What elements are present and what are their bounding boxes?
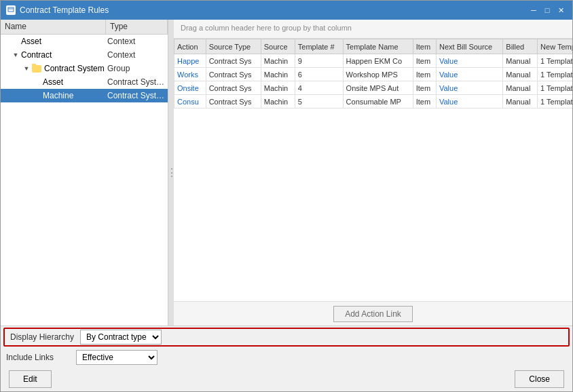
table-cell-8: 1 Template	[538, 68, 572, 81]
table-cell-3: 5	[295, 95, 343, 109]
expand-icon-asset-system	[33, 78, 41, 86]
col-header-action: Action	[174, 39, 206, 54]
svg-rect-0	[8, 7, 14, 12]
table-cell-2: Machin	[261, 81, 295, 95]
table-cell-4: Happen EKM Co	[343, 54, 413, 68]
col-header-next-bill-source: Next Bill Source	[436, 39, 502, 54]
rules-table: Action Source Type Source Template # Tem…	[174, 39, 572, 109]
tree-item-contract-system-type-name: ▼ Contract System Type	[1, 64, 106, 73]
table-header-row: Action Source Type Source Template # Tem…	[174, 39, 573, 54]
table-cell-1: Contract Sys	[206, 95, 261, 109]
title-bar: Contract Template Rules ─ □ ✕	[1, 1, 572, 20]
table-cell-0: Consu	[174, 95, 206, 109]
col-header-billed: Billed	[503, 39, 538, 54]
table-cell-5: Item	[413, 54, 436, 68]
col-header-source: Source	[261, 39, 295, 54]
table-cell-2: Machin	[261, 68, 295, 81]
bottom-bar: Display Hierarchy By Contract typeBy Ass…	[1, 326, 572, 391]
tree-area[interactable]: Asset Context ▼ Contract Context ▼	[1, 35, 168, 326]
table-cell-3: 9	[295, 54, 343, 68]
table-cell-6: Value	[436, 81, 502, 95]
tree-item-asset-system-name: Asset	[1, 77, 106, 87]
col-header-item: Item	[413, 39, 436, 54]
tree-item-asset-type: Context	[106, 37, 168, 46]
table-row[interactable]: WorksContract SysMachin6Workshop MPSItem…	[174, 68, 573, 81]
window-controls: ─ □ ✕	[528, 5, 567, 16]
groupby-bar: Drag a column header here to group by th…	[174, 20, 572, 39]
col-header-source-type: Source Type	[206, 39, 261, 54]
table-cell-7: Manual	[503, 54, 538, 68]
col-header-template-name: Template Name	[343, 39, 413, 54]
table-cell-6: Value	[436, 68, 502, 81]
display-hierarchy-select[interactable]: By Contract typeBy AssetFlat	[80, 330, 162, 345]
tree-item-contract-system-type[interactable]: ▼ Contract System Type Group	[1, 62, 168, 75]
tree-item-contract-type: Context	[106, 50, 168, 60]
tree-item-machine-system[interactable]: Machine Contract System	[1, 89, 168, 102]
tree-item-contract-name: ▼ Contract	[1, 50, 106, 60]
include-links-label: Include Links	[6, 353, 71, 362]
table-cell-7: Manual	[503, 81, 538, 95]
tree-item-asset-root[interactable]: Asset Context	[1, 35, 168, 48]
table-cell-5: Item	[413, 95, 436, 109]
window-title: Contract Template Rules	[20, 5, 528, 15]
main-content: Name Type Asset Context ▼ Contract	[1, 20, 572, 326]
right-panel: Drag a column header here to group by th…	[174, 20, 572, 326]
table-row[interactable]: ConsuContract SysMachin5Consumable MPIte…	[174, 95, 573, 109]
table-cell-3: 6	[295, 68, 343, 81]
panel-divider[interactable]: ⋮	[168, 20, 174, 326]
close-button-bottom[interactable]: Close	[515, 370, 564, 388]
minimize-button[interactable]: ─	[528, 5, 540, 16]
tree-type-header: Type	[106, 20, 168, 34]
include-links-row: Include Links EffectiveAllNone	[1, 348, 572, 367]
include-links-select[interactable]: EffectiveAllNone	[76, 350, 158, 365]
table-cell-3: 4	[295, 81, 343, 95]
expand-icon-machine	[33, 92, 41, 100]
tree-item-machine-type: Contract System	[106, 91, 168, 100]
buttons-row: Edit Close	[1, 367, 572, 391]
action-btn-area: Add Action Link	[174, 301, 572, 326]
close-button[interactable]: ✕	[555, 5, 567, 16]
table-row[interactable]: OnsiteContract SysMachin4Onsite MPS AutI…	[174, 81, 573, 95]
tree-item-asset-system[interactable]: Asset Contract System	[1, 75, 168, 89]
table-cell-2: Machin	[261, 54, 295, 68]
table-cell-7: Manual	[503, 95, 538, 109]
tree-item-asset-name: Asset	[1, 37, 106, 46]
table-cell-7: Manual	[503, 68, 538, 81]
table-cell-0: Onsite	[174, 81, 206, 95]
main-window: Contract Template Rules ─ □ ✕ Name Type …	[0, 0, 573, 392]
edit-button[interactable]: Edit	[9, 370, 52, 388]
table-cell-0: Happe	[174, 54, 206, 68]
table-cell-8: 1 Template	[538, 95, 572, 109]
table-wrapper[interactable]: Action Source Type Source Template # Tem…	[174, 39, 572, 301]
left-panel: Name Type Asset Context ▼ Contract	[1, 20, 168, 326]
table-cell-4: Onsite MPS Aut	[343, 81, 413, 95]
tree-name-header: Name	[1, 20, 106, 34]
tree-header: Name Type	[1, 20, 168, 35]
display-hierarchy-label: Display Hierarchy	[10, 332, 75, 342]
table-cell-4: Workshop MPS	[343, 68, 413, 81]
table-cell-8: 1 Template	[538, 54, 572, 68]
expand-icon-contract: ▼	[12, 51, 20, 59]
table-cell-4: Consumable MP	[343, 95, 413, 109]
table-row[interactable]: HappeContract SysMachin9Happen EKM CoIte…	[174, 54, 573, 68]
tree-item-asset-system-type: Contract System	[106, 77, 168, 87]
folder-icon	[32, 65, 41, 73]
table-cell-6: Value	[436, 95, 502, 109]
maximize-button[interactable]: □	[541, 5, 553, 16]
table-cell-2: Machin	[261, 95, 295, 109]
table-cell-0: Works	[174, 68, 206, 81]
table-cell-1: Contract Sys	[206, 81, 261, 95]
display-hierarchy-row: Display Hierarchy By Contract typeBy Ass…	[3, 328, 570, 347]
table-cell-1: Contract Sys	[206, 68, 261, 81]
table-cell-5: Item	[413, 81, 436, 95]
table-body: HappeContract SysMachin9Happen EKM CoIte…	[174, 54, 573, 109]
col-header-template-num: Template #	[295, 39, 343, 54]
expand-icon-contract-system-type: ▼	[22, 64, 31, 73]
add-action-link-button[interactable]: Add Action Link	[333, 306, 413, 322]
col-header-new-template: New Template	[538, 39, 572, 54]
tree-item-contract-system-type-type: Group	[106, 64, 168, 73]
window-icon	[6, 5, 16, 15]
tree-item-machine-name: Machine	[1, 91, 106, 100]
table-cell-1: Contract Sys	[206, 54, 261, 68]
tree-item-contract-root[interactable]: ▼ Contract Context	[1, 48, 168, 62]
